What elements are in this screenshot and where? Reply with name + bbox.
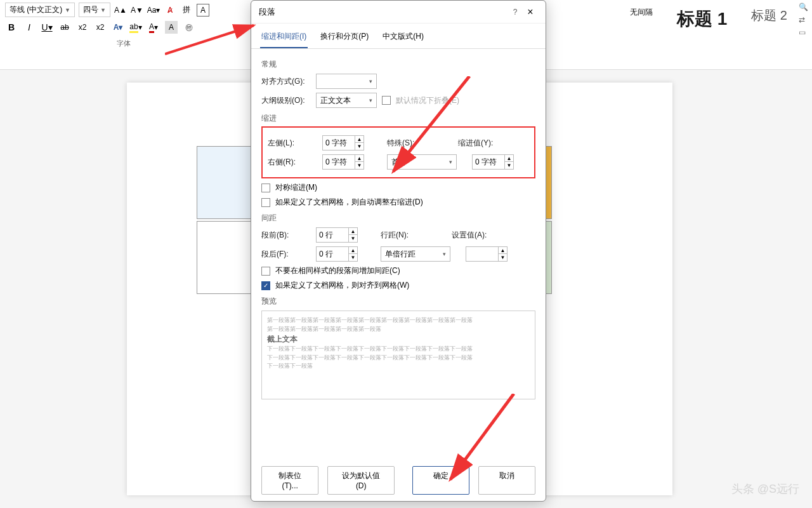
mirror-label: 对称缩进(M) [275,182,317,193]
tab-indent-spacing[interactable]: 缩进和间距(I) [260,29,308,48]
outline-combo[interactable]: 正文文本▾ [316,93,377,108]
no-space-label: 不要在相同样式的段落间增加间距(C) [275,265,400,276]
line-label: 行距(N): [381,230,416,241]
at-spinner[interactable]: ▲▼ [466,246,508,262]
highlight-icon[interactable]: ab▾ [129,21,142,34]
preview-box: 第一段落第一段落第一段落第一段落第一段落第一段落第一段落第一段落第一段落 第一段… [261,311,535,399]
after-label: 段后(F): [261,249,311,260]
indent-highlight-box: 左侧(L): 0 字符▲▼ 特殊(S): 缩进值(Y): 右侧(R): 0 字符… [261,126,535,178]
right-indent-label: 右侧(R): [268,157,317,168]
replace-icon[interactable]: ⇄ [799,15,808,24]
style-heading2[interactable]: 标题 2 [742,3,797,29]
before-spinner[interactable]: 0 行▲▼ [316,227,358,243]
tab-chinese[interactable]: 中文版式(H) [381,29,425,48]
mirror-checkbox[interactable] [261,184,270,192]
subscript-icon[interactable]: x2 [76,21,89,34]
select-icon[interactable]: ▭ [799,28,808,37]
font-name-combo[interactable]: 等线 (中文正文)▼ [5,3,75,17]
snap-grid-checkbox[interactable]: ✓ [261,281,270,290]
dialog-title: 段落 [259,6,508,18]
alignment-label: 对齐方式(G): [261,76,311,87]
by-label: 缩进值(Y): [458,138,496,149]
left-indent-label: 左侧(L): [268,138,317,149]
text-effects-icon[interactable]: A▾ [112,21,124,34]
collapse-label: 默认情况下折叠(E) [396,95,459,106]
font-group-label: 字体 [5,39,242,48]
ok-button[interactable]: 确定 [412,466,469,495]
before-label: 段前(B): [261,230,311,241]
underline-icon[interactable]: U▾ [41,21,53,34]
font-color-icon[interactable]: A▾ [147,21,160,34]
font-size-combo[interactable]: 四号▼ [79,3,110,17]
enclose-icon[interactable]: ㊕ [183,21,195,34]
cancel-button[interactable]: 取消 [478,466,535,495]
tabs-button[interactable]: 制表位(T)... [261,466,318,495]
italic-icon[interactable]: I [23,21,36,34]
superscript-icon[interactable]: x2 [94,21,107,34]
section-preview: 预览 [261,296,535,307]
line-combo[interactable]: 单倍行距▾ [381,246,450,262]
outline-label: 大纲级别(O): [261,95,311,106]
paragraph-dialog: 段落 ? × 缩进和间距(I) 换行和分页(P) 中文版式(H) 常规 对齐方式… [251,0,546,502]
auto-indent-label: 如果定义了文档网格，则自动调整右缩进(D) [275,197,423,208]
collapse-checkbox[interactable] [382,96,391,105]
alignment-combo[interactable]: ▾ [316,74,377,89]
font-group: 等线 (中文正文)▼ 四号▼ A▲ A▼ Aa▾ A̷ 拼 A B I U▾ a… [0,0,247,69]
strikethrough-icon[interactable]: ab [58,21,71,34]
section-spacing: 间距 [261,213,535,224]
right-indent-spinner[interactable]: 0 字符▲▼ [322,154,364,170]
style-no-spacing[interactable]: 无间隔 [620,3,662,22]
change-case-icon[interactable]: Aa▾ [147,4,160,17]
find-icon[interactable]: 🔍 [799,3,808,11]
decrease-font-icon[interactable]: A▼ [131,4,143,17]
help-button[interactable]: ? [508,8,523,17]
close-button[interactable]: × [523,6,538,18]
special-label: 特殊(S): [387,138,422,149]
at-label: 设置值(A): [452,230,490,241]
no-space-checkbox[interactable] [261,267,270,276]
snap-grid-label: 如果定义了文档网格，则对齐到网格(W) [275,280,409,291]
clear-format-icon[interactable]: A̷ [164,4,176,17]
phonetic-icon[interactable]: 拼 [180,4,193,17]
auto-indent-checkbox[interactable] [261,198,270,207]
special-combo[interactable]: 首行▾ [387,154,457,170]
bold-icon[interactable]: B [5,21,18,34]
left-indent-spinner[interactable]: 0 字符▲▼ [322,135,364,150]
after-spinner[interactable]: 0 行▲▼ [316,246,358,262]
tab-line-page[interactable]: 换行和分页(P) [319,29,370,48]
by-spinner[interactable]: 0 字符▲▼ [472,154,514,170]
style-heading1[interactable]: 标题 1 [667,3,737,36]
char-shading-icon[interactable]: A [165,21,178,34]
default-button[interactable]: 设为默认值(D) [327,466,395,495]
section-general: 常规 [261,59,535,70]
char-border-icon[interactable]: A [197,4,209,17]
increase-font-icon[interactable]: A▲ [114,4,127,17]
section-indent: 缩进 [261,113,535,124]
watermark: 头条 @S远行 [731,481,799,497]
